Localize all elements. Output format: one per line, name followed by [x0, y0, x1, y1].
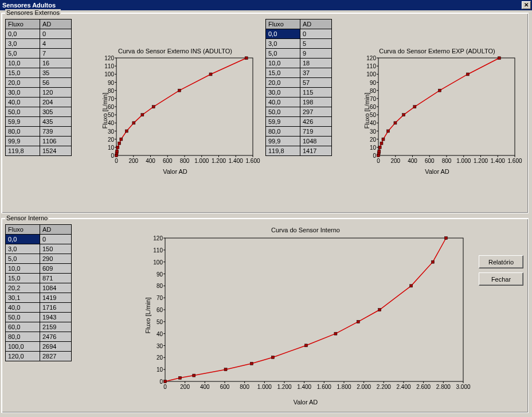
svg-rect-67 [402, 114, 405, 116]
table-row[interactable]: 15,0871 [6, 274, 72, 283]
fechar-button[interactable]: Fechar [479, 272, 523, 286]
table-row[interactable]: 80,0719 [266, 127, 332, 137]
svg-rect-35 [245, 57, 248, 60]
table-row[interactable]: 15,037 [266, 68, 332, 78]
svg-rect-64 [382, 138, 385, 141]
svg-rect-107 [271, 356, 274, 358]
table-row[interactable]: 60,02159 [6, 322, 72, 332]
groupbox-externos: Sensores Externos Fluxo AD 0,003,045,071… [1, 13, 529, 213]
svg-rect-0 [116, 58, 253, 155]
svg-rect-109 [334, 332, 337, 335]
table-row[interactable]: 5,09 [266, 49, 332, 59]
table-row[interactable]: 40,0204 [6, 98, 72, 107]
chart-interno: Curva do Sensor Interno Fluxo [L/min] Va… [134, 227, 478, 404]
groupbox-interno: Sensor Interno Fluxo AD 0,003,01505,0290… [1, 218, 529, 413]
table-row[interactable]: 3,04 [6, 39, 72, 49]
svg-rect-36 [378, 58, 515, 155]
groupbox-interno-label: Sensor Interno [5, 215, 49, 221]
table-row[interactable]: 15,035 [6, 68, 72, 78]
svg-rect-29 [125, 130, 128, 132]
table-row[interactable]: 5,0290 [6, 254, 72, 264]
svg-rect-103 [179, 376, 182, 379]
table-row[interactable]: 30,0120 [6, 88, 72, 98]
svg-rect-102 [164, 380, 167, 383]
table-row[interactable]: 3,05 [266, 39, 332, 49]
chart-exp: Curva do Sensor Externo EXP (ADULTO) Flu… [353, 48, 522, 174]
col-fluxo: Fluxo [6, 20, 40, 29]
relatorio-button[interactable]: Relatório [479, 255, 523, 268]
table-row[interactable]: 40,0198 [266, 98, 332, 107]
table-row[interactable]: 50,0297 [266, 107, 332, 117]
table-row[interactable]: 0,00 [6, 235, 72, 244]
table-row[interactable]: 40,01716 [6, 303, 72, 313]
col-fluxo: Fluxo [266, 20, 300, 29]
svg-rect-32 [152, 106, 155, 108]
svg-rect-69 [438, 89, 441, 92]
svg-rect-106 [250, 362, 253, 365]
table-row[interactable]: 120,02827 [6, 352, 72, 361]
svg-rect-25 [116, 150, 119, 153]
table-row[interactable]: 10,0609 [6, 264, 72, 274]
table-row[interactable]: 50,01943 [6, 313, 72, 322]
svg-rect-113 [431, 260, 434, 263]
svg-rect-62 [378, 146, 381, 149]
chart-ins: Curva do Sensor Externo INS (ADULTO) Flu… [91, 48, 260, 174]
table-row[interactable]: 30,11419 [6, 293, 72, 303]
table-row[interactable]: 59,9435 [6, 117, 72, 127]
table-row[interactable]: 80,02476 [6, 332, 72, 342]
table-row[interactable]: 5,07 [6, 49, 72, 59]
svg-rect-72 [165, 238, 463, 381]
col-ad: AD [40, 225, 72, 235]
svg-rect-61 [378, 150, 381, 153]
svg-rect-111 [378, 309, 381, 311]
svg-rect-26 [116, 146, 119, 149]
svg-rect-112 [410, 285, 413, 287]
svg-rect-66 [394, 122, 397, 124]
table-row[interactable]: 100,02694 [6, 342, 72, 352]
svg-rect-114 [445, 237, 448, 240]
svg-rect-68 [413, 106, 416, 108]
svg-rect-34 [209, 73, 212, 76]
svg-rect-65 [387, 130, 390, 132]
table-row[interactable]: 10,016 [6, 59, 72, 68]
table-row[interactable]: 20,057 [266, 78, 332, 88]
table-row[interactable]: 20,056 [6, 78, 72, 88]
titlebar: Sensores Adultos ✕ [0, 0, 532, 10]
svg-rect-27 [118, 142, 121, 145]
col-ad: AD [40, 20, 72, 29]
svg-rect-28 [120, 138, 123, 141]
table-row[interactable]: 20,21084 [6, 283, 72, 293]
table-row[interactable]: 3,0150 [6, 244, 72, 254]
table-exp[interactable]: Fluxo AD 0,003,055,0910,01815,03720,0573… [265, 19, 332, 156]
table-row[interactable]: 30,0115 [266, 88, 332, 98]
svg-rect-110 [357, 320, 359, 323]
table-row[interactable]: 50,0305 [6, 107, 72, 117]
table-row[interactable]: 99,91048 [266, 137, 332, 146]
svg-rect-33 [178, 89, 181, 92]
svg-rect-70 [466, 73, 469, 76]
col-fluxo: Fluxo [6, 225, 40, 235]
table-row[interactable]: 0,00 [266, 29, 332, 39]
table-row[interactable]: 99,91106 [6, 137, 72, 146]
table-row[interactable]: 119,81524 [6, 146, 72, 156]
table-interno[interactable]: Fluxo AD 0,003,01505,029010,060915,08712… [5, 224, 72, 361]
table-row[interactable]: 80,0739 [6, 127, 72, 137]
table-row[interactable]: 119,81417 [266, 146, 332, 156]
col-ad: AD [300, 20, 332, 29]
window-title: Sensores Adultos [2, 2, 56, 9]
svg-rect-30 [132, 122, 135, 124]
svg-rect-71 [498, 57, 500, 60]
svg-rect-108 [304, 344, 307, 347]
svg-rect-105 [224, 368, 227, 371]
table-row[interactable]: 0,00 [6, 29, 72, 39]
svg-rect-104 [193, 374, 195, 377]
close-icon[interactable]: ✕ [522, 1, 531, 9]
svg-rect-63 [380, 142, 383, 145]
table-row[interactable]: 59,9426 [266, 117, 332, 127]
table-ins[interactable]: Fluxo AD 0,003,045,0710,01615,03520,0563… [5, 19, 72, 156]
svg-rect-31 [141, 114, 144, 116]
table-row[interactable]: 10,018 [266, 59, 332, 68]
groupbox-externos-label: Sensores Externos [5, 9, 61, 16]
